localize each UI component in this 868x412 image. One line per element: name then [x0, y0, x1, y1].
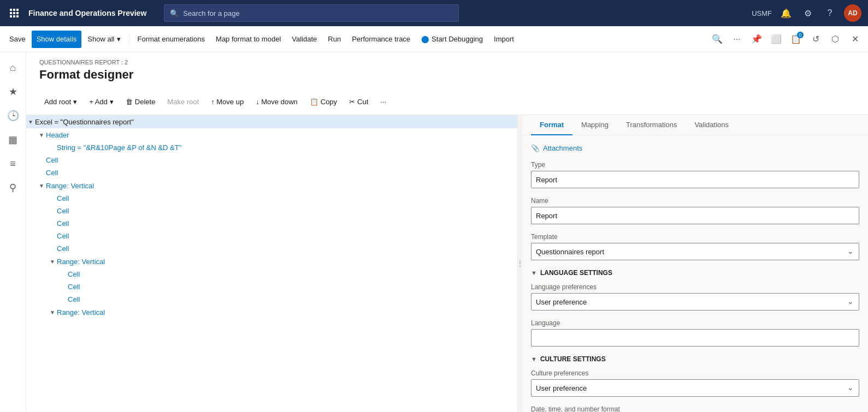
badge-icon[interactable]: 📋 0: [787, 31, 805, 48]
tree-item[interactable]: Cell: [26, 192, 517, 205]
add-button[interactable]: + Add ▾: [84, 93, 119, 110]
run-button[interactable]: Run: [323, 31, 346, 48]
culture-preferences-field-group: Culture preferences User preference Comp…: [531, 369, 859, 397]
workspaces-icon[interactable]: ▦: [2, 129, 24, 151]
tree-toggle[interactable]: ▼: [26, 117, 35, 126]
tree-toggle[interactable]: ▼: [48, 257, 57, 266]
copy-button[interactable]: 📋 Copy: [305, 93, 342, 110]
home-icon[interactable]: ⌂: [2, 57, 24, 79]
tree-item[interactable]: ▼Range: Vertical: [26, 179, 517, 192]
language-settings-header[interactable]: ▼ LANGUAGE SETTINGS: [531, 269, 859, 277]
expand-icon[interactable]: ⬜: [767, 31, 785, 48]
tree-item[interactable]: ▼Header: [26, 128, 517, 141]
tree-toggle[interactable]: ▼: [37, 130, 46, 139]
favorites-icon[interactable]: ★: [2, 81, 24, 103]
language-preferences-select-wrapper: User preference Company preference Custo…: [531, 293, 859, 311]
tree-item[interactable]: String = "&R&10Page &P of &N &D &T": [26, 141, 517, 154]
attachment-icon: 📎: [531, 144, 540, 152]
open-new-icon[interactable]: ⬡: [826, 31, 844, 48]
tree-item-label: String = "&R&10Page &P of &N &D &T": [57, 144, 181, 152]
performance-trace-button[interactable]: Performance trace: [347, 31, 415, 48]
pane-divider[interactable]: [518, 115, 522, 412]
svg-rect-0: [10, 9, 12, 11]
close-icon[interactable]: ✕: [846, 31, 864, 48]
show-all-button[interactable]: Show all ▾: [82, 31, 125, 48]
import-button[interactable]: Import: [489, 31, 519, 48]
name-input[interactable]: [531, 207, 859, 224]
modules-icon[interactable]: ≡: [2, 153, 24, 175]
search-placeholder: Search for a page: [183, 9, 239, 17]
inner-toolbar: Add root ▾ + Add ▾ 🗑 Delete Make root ↑ …: [26, 88, 868, 115]
template-field-group: Template Questionnaires report: [531, 233, 859, 260]
page-header: QUESTIONNAIRES REPORT : 2 Format designe…: [26, 52, 868, 88]
culture-preferences-select-wrapper: User preference Company preference Custo…: [531, 379, 859, 397]
validate-button[interactable]: Validate: [287, 31, 322, 48]
tree-item[interactable]: Cell: [26, 280, 517, 293]
global-search[interactable]: 🔍 Search for a page: [164, 4, 459, 22]
tree-item-label: Excel = "Questionnaires report": [35, 118, 134, 126]
language-input[interactable]: [531, 329, 859, 347]
chevron-down-icon: ▾: [73, 98, 77, 106]
tab-validations[interactable]: Validations: [686, 115, 737, 135]
tree-item[interactable]: Cell: [26, 242, 517, 255]
tree-item[interactable]: Cell: [26, 293, 517, 306]
help-icon[interactable]: ?: [822, 5, 837, 21]
tab-format[interactable]: Format: [531, 115, 572, 135]
tree-item-label: Cell: [68, 283, 80, 291]
avatar[interactable]: AD: [844, 4, 861, 22]
settings-icon[interactable]: ⚙: [800, 5, 816, 21]
grid-icon[interactable]: [7, 5, 22, 21]
tab-mapping[interactable]: Mapping: [572, 115, 617, 135]
refresh-icon[interactable]: ↺: [807, 31, 824, 48]
move-up-button[interactable]: ↑ Move up: [206, 93, 249, 110]
attachments-link[interactable]: 📎 Attachments: [531, 144, 859, 152]
culture-preferences-select[interactable]: User preference Company preference Custo…: [531, 379, 859, 397]
tree-item-label: Cell: [57, 207, 69, 215]
format-enumerations-button[interactable]: Format enumerations: [133, 31, 210, 48]
tree-item[interactable]: Cell: [26, 205, 517, 217]
tree-item[interactable]: Cell: [26, 217, 517, 230]
pin-icon[interactable]: 📌: [748, 31, 765, 48]
svg-rect-4: [13, 12, 15, 14]
show-details-button[interactable]: Show details: [32, 31, 82, 48]
more-options-button[interactable]: ···: [375, 93, 391, 110]
search-toolbar-icon[interactable]: 🔍: [708, 31, 726, 48]
tree-toggle[interactable]: ▼: [37, 181, 46, 190]
cut-button[interactable]: ✂ Cut: [344, 93, 373, 110]
language-preferences-select[interactable]: User preference Company preference Custo…: [531, 293, 859, 311]
separator: [129, 34, 129, 45]
notification-icon[interactable]: 🔔: [778, 5, 794, 21]
right-panel: FormatMappingTransformationsValidations …: [522, 115, 868, 412]
tree-item[interactable]: ▼Range: Vertical: [26, 255, 517, 268]
save-button[interactable]: Save: [4, 31, 31, 48]
delete-button[interactable]: 🗑 Delete: [121, 93, 161, 110]
main-toolbar: Save Show details Show all ▾ Format enum…: [0, 26, 868, 52]
tree-item[interactable]: Cell: [26, 166, 517, 179]
start-debugging-button[interactable]: ⬤ Start Debugging: [416, 31, 488, 48]
tree-toggle[interactable]: ▼: [48, 308, 57, 317]
tree-item[interactable]: Cell: [26, 230, 517, 242]
filter-icon[interactable]: ⚲: [2, 177, 24, 199]
panel-content: 📎 Attachments Type Name Template: [522, 135, 868, 412]
type-input[interactable]: [531, 171, 859, 188]
culture-settings-header[interactable]: ▼ CULTURE SETTINGS: [531, 355, 859, 363]
tree-item[interactable]: Cell: [26, 154, 517, 166]
tree-item[interactable]: ▼Range: Vertical: [26, 306, 517, 319]
language-label: Language: [531, 319, 859, 327]
make-root-button[interactable]: Make root: [162, 93, 204, 110]
template-select[interactable]: Questionnaires report: [531, 243, 859, 260]
tab-transformations[interactable]: Transformations: [617, 115, 686, 135]
tree-item[interactable]: Cell: [26, 268, 517, 280]
show-all-label: Show all: [87, 35, 114, 43]
type-label: Type: [531, 161, 859, 169]
move-down-button[interactable]: ↓ Move down: [251, 93, 303, 110]
tree-item[interactable]: ▼Excel = "Questionnaires report": [26, 115, 517, 128]
svg-rect-2: [16, 9, 19, 11]
add-root-button[interactable]: Add root ▾: [39, 93, 82, 110]
tree-item-label: Cell: [57, 219, 69, 228]
language-field-group: Language: [531, 319, 859, 347]
map-format-button[interactable]: Map format to model: [211, 31, 286, 48]
culture-preferences-label: Culture preferences: [531, 369, 859, 377]
recent-icon[interactable]: 🕒: [2, 105, 24, 127]
more-icon[interactable]: ···: [728, 31, 746, 48]
